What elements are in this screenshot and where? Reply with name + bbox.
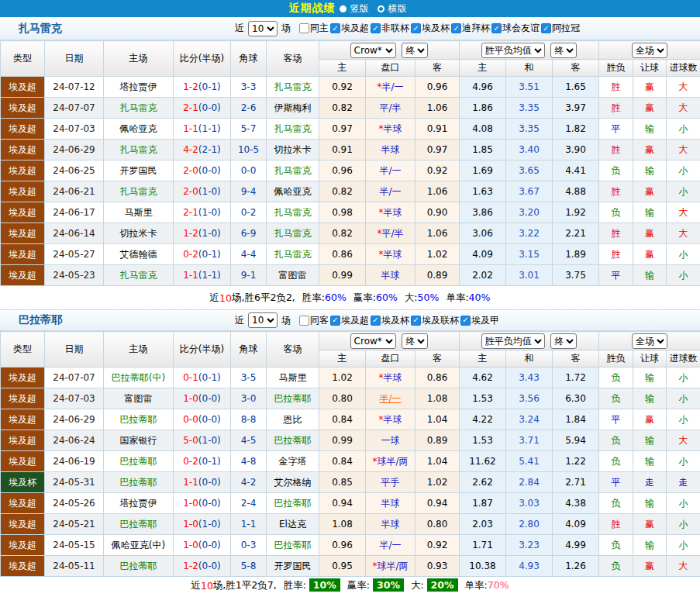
halftime-score: (0-0) bbox=[198, 393, 221, 404]
team1-matches-table: 类型 日期 主场 比分(半场) 角球 客场 Crow* 终 胜平负均值 终 全场… bbox=[0, 40, 700, 286]
checkbox-checked-icon[interactable]: ✓ bbox=[371, 316, 381, 326]
win-rate-stat: 胜率:60% bbox=[302, 292, 347, 305]
checkbox-checked-icon[interactable]: ✓ bbox=[330, 23, 340, 33]
home-team-cell: 国家银行 bbox=[104, 430, 174, 451]
match-row: 埃及杯24-05-31巴拉蒂耶1-1(0-0)4-2艾尔格纳0.85平手1.02… bbox=[1, 472, 700, 493]
avg-draw-cell: 3.43 bbox=[506, 368, 553, 388]
asian-result-cell: 输 bbox=[633, 265, 667, 286]
away-odds-cell: 0.96 bbox=[416, 77, 460, 98]
home-odds-cell: 1.08 bbox=[319, 514, 366, 535]
corners-cell: 0-2 bbox=[231, 202, 267, 223]
radio-vertical-icon[interactable] bbox=[340, 5, 347, 12]
match-date-cell: 24-07-03 bbox=[45, 119, 104, 140]
col-avg-draw: 和 bbox=[506, 350, 553, 368]
fulltime-score: 2-1 bbox=[183, 207, 198, 218]
fulltime-score: 1-2 bbox=[183, 81, 198, 92]
avg-stage-select[interactable]: 终 bbox=[550, 333, 577, 349]
avg-away-cell: 1.92 bbox=[553, 202, 599, 223]
league-type-cell: 埃及超 bbox=[1, 265, 45, 286]
scope-select[interactable]: 全场 bbox=[632, 333, 667, 349]
handicap-value: 半球 bbox=[384, 372, 402, 383]
league-type-cell: 埃及超 bbox=[1, 140, 45, 160]
league-type-cell: 埃及超 bbox=[1, 368, 45, 388]
checkbox-checked-icon[interactable]: ✓ bbox=[541, 23, 551, 33]
home-odds-cell: 0.82 bbox=[319, 181, 366, 202]
match-date-cell: 24-06-29 bbox=[45, 409, 104, 430]
checkbox-checked-icon[interactable]: ✓ bbox=[411, 316, 421, 326]
checkbox-checked-icon[interactable]: ✓ bbox=[330, 316, 340, 326]
filter-option-label[interactable]: 埃及杯 bbox=[381, 314, 409, 327]
filter-option-label[interactable]: 埃及超 bbox=[341, 22, 369, 35]
away-team-cell: 扎马雷克 bbox=[267, 244, 319, 265]
away-team-cell: 开罗国民 bbox=[267, 556, 319, 577]
checkbox-checked-icon[interactable]: ✓ bbox=[371, 23, 381, 33]
score-cell: 1-0(0-0) bbox=[174, 535, 231, 556]
avg-away-cell: 1.22 bbox=[553, 451, 599, 472]
avg-select[interactable]: 胜平负均值 bbox=[481, 333, 545, 349]
filter-option-label[interactable]: 埃及超 bbox=[341, 314, 369, 327]
handicap-cell: *半球 bbox=[366, 368, 416, 388]
radio-horizontal-icon[interactable] bbox=[378, 5, 384, 12]
team1-name: 扎马雷克 bbox=[0, 22, 233, 36]
team1-count-select[interactable]: 10 bbox=[248, 21, 278, 36]
avg-draw-cell: 3.01 bbox=[506, 265, 553, 286]
handicap-group-header: Crow* 终 bbox=[319, 332, 460, 350]
filter-option-label[interactable]: 同主 bbox=[310, 22, 329, 35]
asian-result-cell: 输 bbox=[633, 430, 667, 451]
filter-option-label[interactable]: 埃及甲 bbox=[471, 314, 499, 327]
avg-group-header: 胜平负均值 终 bbox=[460, 332, 599, 350]
summary-count: 10 bbox=[201, 580, 213, 592]
checkbox-unchecked-icon[interactable] bbox=[299, 23, 309, 33]
checkbox-checked-icon[interactable]: ✓ bbox=[411, 23, 421, 33]
league-type-cell: 埃及超 bbox=[1, 223, 45, 244]
radio-horizontal-label[interactable]: 横版 bbox=[388, 2, 407, 16]
checkbox-checked-icon[interactable]: ✓ bbox=[460, 316, 471, 326]
score-cell: 1-1(1-1) bbox=[174, 119, 231, 140]
away-team-cell: 富图雷 bbox=[267, 265, 319, 286]
odds-stage-select[interactable]: 终 bbox=[402, 43, 428, 58]
away-odds-cell: 0.94 bbox=[416, 493, 460, 514]
filter-option-label[interactable]: 埃及联杯 bbox=[422, 314, 459, 327]
handicap-cell: 平/半 bbox=[366, 98, 416, 119]
avg-select[interactable]: 胜平负均值 bbox=[481, 43, 545, 58]
goal-result-cell: 大 bbox=[667, 223, 700, 244]
fulltime-score: 0-1 bbox=[183, 372, 198, 383]
filter-option-label[interactable]: 球会友谊 bbox=[502, 22, 540, 35]
home-odds-cell: 0.84 bbox=[319, 409, 366, 430]
result-cell: 胜 bbox=[599, 98, 633, 119]
games-label: 场 bbox=[281, 314, 291, 327]
radio-vertical-label[interactable]: 竖版 bbox=[350, 2, 369, 16]
bookmaker-select[interactable]: Crow* bbox=[350, 333, 396, 349]
filter-option-label[interactable]: 阿拉冠 bbox=[552, 22, 580, 35]
avg-away-cell: 4.09 bbox=[553, 514, 599, 535]
halftime-score: (1-0) bbox=[198, 435, 221, 446]
filter-option-label[interactable]: 同客 bbox=[310, 314, 329, 327]
filter-option-label[interactable]: 非联杯 bbox=[381, 22, 409, 35]
avg-draw-cell: 3.67 bbox=[506, 181, 553, 202]
goal-result-cell: 小 bbox=[667, 388, 700, 409]
games-label: 场 bbox=[281, 22, 291, 35]
team2-name: 巴拉蒂耶 bbox=[0, 313, 233, 327]
halftime-score: (0-0) bbox=[198, 102, 221, 113]
checkbox-unchecked-icon[interactable] bbox=[299, 316, 309, 326]
bookmaker-select[interactable]: Crow* bbox=[350, 43, 396, 58]
team2-count-select[interactable]: 10 bbox=[248, 312, 278, 328]
home-team-cell: 扎马雷克 bbox=[104, 265, 174, 286]
halftime-score: (1-0) bbox=[198, 186, 221, 197]
filter-option-label[interactable]: 埃及杯 bbox=[422, 22, 450, 35]
avg-home-cell: 4.62 bbox=[460, 368, 506, 388]
checkbox-checked-icon[interactable]: ✓ bbox=[491, 23, 502, 33]
avg-away-cell: 1.84 bbox=[553, 409, 599, 430]
match-date-cell: 24-05-31 bbox=[45, 472, 104, 493]
scope-select[interactable]: 全场 bbox=[632, 43, 667, 58]
match-row: 埃及超24-06-24国家银行5-0(1-0)4-5巴拉蒂耶0.99一球0.89… bbox=[1, 430, 700, 451]
match-row: 埃及超24-05-11巴拉蒂耶1-2(0-0)5-8开罗国民0.95*球半/两0… bbox=[1, 556, 700, 577]
odds-stage-select[interactable]: 终 bbox=[402, 333, 428, 349]
match-date-cell: 24-07-12 bbox=[45, 77, 104, 98]
checkbox-checked-icon[interactable]: ✓ bbox=[451, 23, 461, 33]
avg-stage-select[interactable]: 终 bbox=[550, 43, 577, 58]
asian-result-cell: 输 bbox=[633, 368, 667, 388]
col-host-odds: 主 bbox=[319, 60, 366, 77]
filter-option-label[interactable]: 迪拜杯 bbox=[462, 22, 490, 35]
asian-result-cell: 输 bbox=[633, 451, 667, 472]
